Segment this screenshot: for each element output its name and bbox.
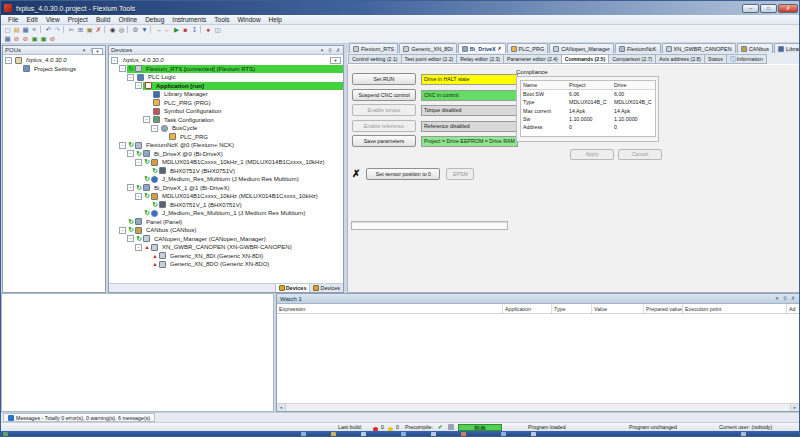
- tree-row[interactable]: ↻ Panel (Panel): [109, 218, 343, 227]
- logout-icon[interactable]: ←: [163, 25, 172, 34]
- scroll-left-icon[interactable]: ◂: [277, 404, 286, 411]
- taskbar-app-icon[interactable]: [431, 432, 436, 437]
- stop-icon[interactable]: ■: [181, 25, 190, 34]
- menu-item[interactable]: Build: [92, 15, 114, 25]
- tree-row[interactable]: ↻ BHX0751V (BHX0751V): [109, 167, 343, 176]
- tree-row[interactable]: ▲ Generic_XN_8DI (Generic XN-8DI): [109, 252, 343, 261]
- expand-toggle-icon[interactable]: -: [119, 227, 126, 234]
- menu-item[interactable]: Debug: [141, 15, 168, 25]
- stop-plc-icon[interactable]: ▣: [39, 34, 48, 43]
- compile-icon[interactable]: ▼: [140, 25, 149, 34]
- toolbar-separator[interactable]: [63, 26, 66, 33]
- document-tab[interactable]: Library ▼: [774, 43, 800, 53]
- find-next-icon[interactable]: ◎: [117, 25, 126, 34]
- document-tab[interactable]: PLC_PRG: [507, 43, 549, 53]
- expand-toggle-icon[interactable]: -: [111, 57, 118, 64]
- menu-item[interactable]: Window: [233, 15, 264, 25]
- redo-icon[interactable]: ↷: [53, 25, 62, 34]
- watch-column-header[interactable]: Ad: [787, 304, 799, 313]
- cut-icon[interactable]: ✂: [67, 25, 76, 34]
- devices-panel-header[interactable]: Devices ▾⚲✗: [109, 46, 343, 55]
- menu-item[interactable]: Help: [265, 15, 286, 25]
- windows-taskbar[interactable]: [1, 431, 800, 437]
- tree-row[interactable]: PLC_PRG (PRG): [109, 99, 343, 108]
- expand-toggle-icon[interactable]: -: [135, 193, 142, 200]
- tree-row[interactable]: - ↻ FlexiumNcK @0 (Flexium+ NCK): [109, 141, 343, 150]
- command-button[interactable]: Enable torque: [352, 104, 416, 116]
- tree-row[interactable]: Symbol Configuration: [109, 107, 343, 116]
- tree-row[interactable]: - ↻ MDLUX014B1Cxxxx_10kHz (MDLUX014B1Cxx…: [109, 192, 343, 201]
- copy-icon[interactable]: ⊞: [76, 25, 85, 34]
- toolbar-separator[interactable]: [150, 26, 153, 33]
- expand-toggle-icon[interactable]: -: [135, 82, 142, 89]
- tree-row[interactable]: - PLC Logic: [109, 73, 343, 82]
- print-icon[interactable]: ≡: [30, 25, 39, 34]
- tree-row[interactable]: - fxplus_4.0.30.0: [109, 56, 343, 65]
- watch-column-header[interactable]: Application: [503, 304, 552, 313]
- tree-row[interactable]: - Task Configuration: [109, 116, 343, 125]
- tree-row[interactable]: ▲ Generic_XN_8DO (Generic XN-8DO): [109, 260, 343, 269]
- watch-column-header[interactable]: Prepared value: [644, 304, 683, 313]
- title-bar[interactable]: fxplus_4.0.30.0.project - Flexium Tools …: [1, 1, 800, 15]
- new-icon[interactable]: ▢: [3, 25, 12, 34]
- menu-item[interactable]: Tools: [210, 15, 233, 25]
- reset-icon[interactable]: ⊘: [48, 34, 57, 43]
- dock-menu-icon[interactable]: ▾: [774, 294, 780, 303]
- apply-button[interactable]: Apply: [570, 149, 614, 160]
- editor-sub-tab[interactable]: ⓘ Information: [726, 54, 767, 64]
- save-icon[interactable]: ▦: [21, 25, 30, 34]
- close-button[interactable]: ✗: [778, 4, 798, 13]
- watch-column-header[interactable]: Type: [552, 304, 592, 313]
- delete-icon[interactable]: ✗: [94, 25, 103, 34]
- cancel-button[interactable]: Cancel: [618, 149, 662, 160]
- editor-sub-tab[interactable]: Parameter editor (2.4): [503, 54, 562, 64]
- tree-row[interactable]: ↻ J_Medium_Res_Multiturn (J Medium Res M…: [109, 175, 343, 184]
- editor-sub-tab[interactable]: Control setting (2.1): [348, 54, 402, 64]
- editor-sub-tab[interactable]: Test point editor (2.2): [401, 54, 458, 64]
- maximize-button[interactable]: □: [760, 4, 777, 13]
- tree-row[interactable]: - ↻ Bi_DriveX @0 (Bi-DriveX): [109, 150, 343, 159]
- menu-item[interactable]: Online: [114, 15, 141, 25]
- command-button[interactable]: Enable reference: [352, 120, 416, 132]
- menu-item[interactable]: Edit: [22, 15, 41, 25]
- taskbar-app-icon[interactable]: [461, 432, 466, 437]
- devices-root-combo[interactable]: ▼: [330, 57, 341, 64]
- watch-column-header[interactable]: Expression: [277, 304, 503, 313]
- dock-close-icon[interactable]: ✗: [790, 294, 796, 303]
- command-button[interactable]: Save parameters: [352, 135, 416, 147]
- document-tab[interactable]: FlexiumNcK: [615, 43, 661, 53]
- tree-row[interactable]: - BusCycle: [109, 124, 343, 133]
- open-icon[interactable]: ▤: [12, 25, 21, 34]
- run-icon[interactable]: ▶: [172, 25, 181, 34]
- taskbar-app-icon[interactable]: [3, 432, 8, 437]
- menu-item[interactable]: Project: [64, 15, 92, 25]
- document-tab[interactable]: Generic_XN_8DI: [399, 43, 457, 53]
- login-icon[interactable]: →: [154, 25, 163, 34]
- expand-toggle-icon[interactable]: -: [151, 125, 158, 132]
- toolbar-separator[interactable]: [200, 26, 203, 33]
- tree-row[interactable]: - ↻ CANopen_Manager (CANopen_Manager): [109, 235, 343, 244]
- watch-column-header[interactable]: Execution point: [683, 304, 787, 313]
- document-tab[interactable]: CANopen_Manager: [549, 43, 614, 53]
- taskbar-app-icon[interactable]: [301, 432, 306, 437]
- expand-toggle-icon[interactable]: -: [119, 65, 126, 72]
- toolbar-separator[interactable]: [127, 26, 130, 33]
- expand-toggle-icon[interactable]: -: [127, 184, 134, 191]
- toolbar-separator[interactable]: [40, 26, 43, 33]
- set-sensor-position-button[interactable]: Set sensor position to 0: [366, 168, 440, 180]
- dock-menu-icon[interactable]: ▾: [319, 46, 325, 55]
- messages-tab[interactable]: Messages - Totally 0 error(s), 0 warning…: [3, 413, 155, 422]
- editor-sub-tab[interactable]: Comparison (2.7): [608, 54, 656, 64]
- taskbar-app-icon[interactable]: [741, 432, 746, 437]
- taskbar-app-icon[interactable]: [531, 432, 536, 437]
- tree-row[interactable]: Project Settings: [3, 65, 105, 74]
- compliance-column-header[interactable]: Drive: [612, 81, 655, 89]
- menu-item[interactable]: File: [4, 15, 22, 25]
- online-config-icon[interactable]: ⊘: [12, 34, 21, 43]
- editor-sub-tab[interactable]: Axis address (2.8): [655, 54, 705, 64]
- watch-panel-header[interactable]: Watch 1 ▾⚲✗: [277, 294, 799, 304]
- expand-toggle-icon[interactable]: -: [119, 142, 126, 149]
- paste-icon[interactable]: ▣: [85, 25, 94, 34]
- offline-config-icon[interactable]: ⊘: [21, 34, 30, 43]
- command-button[interactable]: Suspend CNC control: [352, 89, 416, 101]
